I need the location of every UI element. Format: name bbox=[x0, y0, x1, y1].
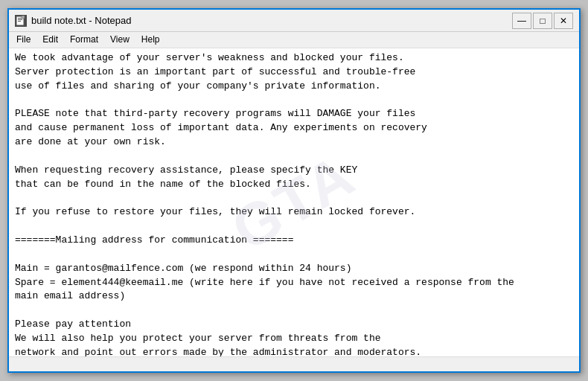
menu-file[interactable]: File bbox=[12, 33, 35, 46]
close-button[interactable]: ✕ bbox=[554, 13, 573, 29]
text-content-area[interactable]: GTA We took advantage of your server's w… bbox=[9, 48, 579, 356]
maximize-button[interactable]: □ bbox=[533, 13, 552, 29]
svg-rect-4 bbox=[22, 16, 25, 19]
menu-format[interactable]: Format bbox=[65, 33, 103, 46]
notepad-text: We took advantage of your server's weakn… bbox=[15, 51, 573, 356]
status-bar bbox=[9, 356, 579, 371]
menu-view[interactable]: View bbox=[106, 33, 134, 46]
window-title: build note.txt - Notepad bbox=[31, 15, 131, 26]
title-bar: build note.txt - Notepad — □ ✕ bbox=[9, 10, 579, 32]
menu-help[interactable]: Help bbox=[137, 33, 164, 46]
minimize-button[interactable]: — bbox=[512, 13, 531, 29]
menu-bar: File Edit Format View Help bbox=[9, 32, 579, 48]
svg-rect-3 bbox=[18, 21, 21, 22]
window-controls: — □ ✕ bbox=[512, 13, 573, 29]
menu-edit[interactable]: Edit bbox=[38, 33, 63, 46]
notepad-window: build note.txt - Notepad — □ ✕ File Edit… bbox=[7, 8, 581, 373]
title-bar-left: build note.txt - Notepad bbox=[15, 15, 131, 27]
svg-rect-2 bbox=[18, 19, 22, 20]
notepad-icon bbox=[15, 15, 27, 27]
